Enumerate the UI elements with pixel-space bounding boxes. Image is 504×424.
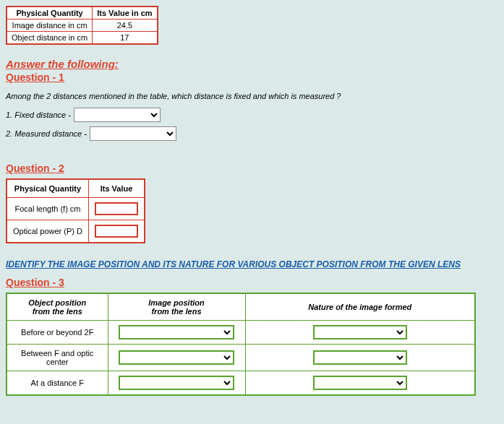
table-row: At a distance F — [7, 371, 475, 396]
tbl3-head-img: Image positionfrom the lens — [108, 293, 245, 321]
measured-distance-select[interactable] — [90, 126, 176, 141]
table-row: Image distance in cm 24.5 — [7, 20, 158, 32]
tbl2-r1-label: Optical power (P) D — [7, 220, 88, 243]
table-image-position: Object positionfrom the lens Image posit… — [6, 293, 476, 396]
tbl1-r1-label: Object distance in cm — [7, 32, 93, 45]
table-row: Before or beyond 2F — [7, 321, 475, 345]
tbl3-head-nat: Nature of the image formed — [245, 293, 475, 321]
image-position-select-0[interactable] — [119, 325, 234, 339]
table-row: Optical power (P) D — [7, 220, 145, 243]
identify-heading: IDENTIFY THE IMAGE POSITION AND ITS NATU… — [6, 259, 498, 269]
tbl3-r2-label: At a distance F — [7, 371, 108, 396]
question-3-heading: Question - 3 — [6, 277, 498, 288]
question-2-heading: Question - 2 — [6, 163, 498, 174]
focal-length-input[interactable] — [95, 202, 138, 215]
table-distances: Physical Quantity Its Value in cm Image … — [6, 6, 158, 45]
tbl2-head-val: Its Value — [88, 179, 145, 198]
nature-select-1[interactable] — [313, 350, 407, 365]
tbl2-head-qty: Physical Quantity — [7, 179, 88, 198]
tbl3-r1-label: Between F and optic center — [7, 345, 108, 371]
image-position-select-1[interactable] — [119, 350, 234, 365]
tbl1-r0-value: 24.5 — [93, 20, 158, 32]
tbl2-r0-label: Focal length (f) cm — [7, 198, 88, 220]
image-position-select-2[interactable] — [119, 376, 234, 390]
fixed-distance-label: 1. Fixed distance - — [6, 111, 71, 119]
tbl1-head-qty: Physical Quantity — [7, 7, 93, 20]
table-row: Between F and optic center — [7, 345, 475, 371]
table-focal: Physical Quantity Its Value Focal length… — [6, 178, 145, 243]
tbl3-r0-label: Before or beyond 2F — [7, 321, 108, 345]
question-1-prompt: Among the 2 distances mentioned in the t… — [6, 92, 498, 100]
answer-heading: Answer the following: — [6, 58, 498, 70]
nature-select-2[interactable] — [313, 376, 407, 390]
measured-distance-label: 2. Measured distance - — [6, 129, 87, 138]
table-row: Object distance in cm 17 — [7, 32, 158, 45]
nature-select-0[interactable] — [313, 325, 407, 339]
tbl3-head-obj: Object positionfrom the lens — [7, 293, 108, 321]
tbl1-head-val: Its Value in cm — [93, 7, 158, 20]
question-1-heading: Question - 1 — [6, 72, 498, 83]
fixed-distance-select[interactable] — [74, 108, 161, 122]
tbl1-r0-label: Image distance in cm — [7, 20, 93, 32]
table-row: Focal length (f) cm — [7, 198, 145, 220]
optical-power-input[interactable] — [95, 225, 138, 238]
tbl1-r1-value: 17 — [93, 32, 158, 45]
